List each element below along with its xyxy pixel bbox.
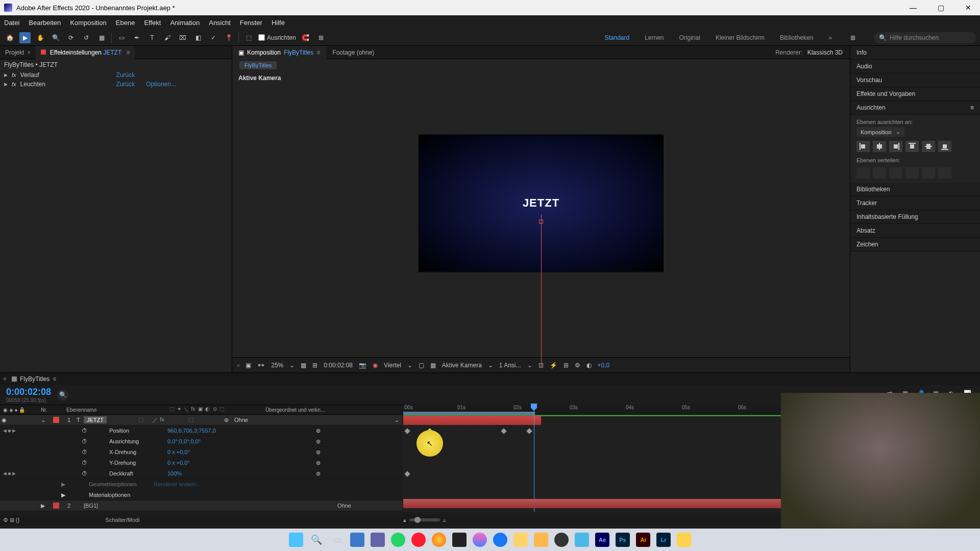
- pickwhip-icon[interactable]: ⊚: [214, 417, 234, 423]
- keyframe-icon[interactable]: [501, 428, 506, 434]
- magnify-icon[interactable]: ▫: [237, 362, 239, 369]
- panel-ausrichten[interactable]: Ausrichten≡: [850, 101, 980, 115]
- pen-tool[interactable]: ✒: [131, 32, 142, 43]
- align-to-dropdown[interactable]: Komposition⌄: [856, 127, 904, 137]
- align-top-button[interactable]: [905, 141, 919, 152]
- taskbar-lightroom[interactable]: Lr: [654, 531, 673, 549]
- prop-x-drehung[interactable]: ⏱ X-Drehung 0 x +0,0° ⊚: [0, 447, 402, 458]
- puppet-tool[interactable]: 📍: [223, 32, 234, 43]
- views-dropdown[interactable]: 1 Ansi...: [499, 362, 521, 369]
- eraser-tool[interactable]: ◧: [192, 32, 204, 43]
- flowchart-icon[interactable]: ⚙: [575, 362, 580, 369]
- close-button[interactable]: ✕: [961, 4, 976, 12]
- roto-tool[interactable]: ✓: [208, 32, 219, 43]
- playhead[interactable]: [534, 405, 534, 512]
- view-dropdown[interactable]: Aktive Kamera: [442, 362, 482, 369]
- tab-footage[interactable]: Footage (ohne): [326, 46, 380, 59]
- tl-tab-close[interactable]: ×: [3, 375, 7, 383]
- snap-options[interactable]: 🧲: [300, 32, 311, 43]
- panel-tracker[interactable]: Tracker: [850, 196, 980, 210]
- menu-bearbeiten[interactable]: Bearbeiten: [29, 19, 61, 27]
- stopwatch-icon[interactable]: ⏱: [82, 460, 89, 466]
- layer-color[interactable]: [53, 417, 59, 423]
- parent-dropdown[interactable]: Ohne: [234, 417, 248, 423]
- align-vcenter-button[interactable]: [922, 141, 935, 152]
- tab-projekt[interactable]: Projekt×: [0, 46, 36, 59]
- orbit-tool[interactable]: ⟳: [65, 32, 77, 43]
- maximize-button[interactable]: ▢: [933, 4, 948, 12]
- visibility-toggle[interactable]: ◉: [0, 417, 8, 423]
- zoom-tool[interactable]: 🔍: [50, 32, 61, 43]
- taskbar-after-effects[interactable]: Ae: [593, 531, 611, 549]
- menu-hilfe[interactable]: Hilfe: [272, 19, 285, 27]
- taskbar-search[interactable]: 🔍: [307, 531, 326, 549]
- local-axis[interactable]: ⬚: [243, 32, 254, 43]
- panel-bibliotheken[interactable]: Bibliotheken: [850, 183, 980, 196]
- add-keyframe-icon[interactable]: ◆: [8, 428, 11, 433]
- current-time[interactable]: 0:00:02:08: [6, 387, 51, 397]
- comp-breadcrumb[interactable]: FlyByTitles: [239, 61, 277, 69]
- align-hcenter-button[interactable]: [873, 141, 886, 152]
- tab-composition[interactable]: ▣ Komposition FlyByTitles ≡: [232, 46, 326, 59]
- keyframe-icon[interactable]: [404, 428, 410, 434]
- grid-icon[interactable]: ⊞: [312, 362, 317, 369]
- snapping-toggle[interactable]: Ausrichten: [258, 34, 296, 41]
- stopwatch-icon[interactable]: ⏱: [82, 449, 89, 455]
- taskbar-facebook[interactable]: [491, 531, 509, 549]
- alpha-icon[interactable]: ▣: [246, 362, 251, 369]
- taskbar-opera[interactable]: [409, 531, 428, 549]
- layer-duration-bar[interactable]: [403, 416, 541, 425]
- exposure-value[interactable]: +0,0: [598, 362, 610, 369]
- taskbar-illustrator[interactable]: Ai: [634, 531, 652, 549]
- menu-ansicht[interactable]: Ansicht: [209, 19, 231, 27]
- zoom-slider[interactable]: [409, 518, 440, 521]
- menu-komposition[interactable]: Komposition: [70, 19, 107, 27]
- panel-effekte-vorgaben[interactable]: Effekte und Vorgaben: [850, 87, 980, 101]
- twirl-icon[interactable]: ⌄: [41, 417, 51, 423]
- start-button[interactable]: [287, 531, 305, 549]
- panel-audio[interactable]: Audio: [850, 60, 980, 73]
- twirl-icon[interactable]: ▶: [4, 72, 8, 78]
- taskbar-folder[interactable]: [511, 531, 530, 549]
- layer-color[interactable]: [53, 503, 59, 509]
- zoom-out-icon[interactable]: ▴: [403, 517, 406, 523]
- exposure-reset-icon[interactable]: ◐: [586, 362, 592, 369]
- clone-tool[interactable]: ⌧: [177, 32, 188, 43]
- panel-vorschau[interactable]: Vorschau: [850, 73, 980, 87]
- timeline-icon[interactable]: ⊞: [564, 362, 569, 369]
- hand-tool[interactable]: ✋: [35, 32, 46, 43]
- mask-icon[interactable]: 👓: [257, 362, 265, 369]
- expression-pickwhip[interactable]: ⊚: [316, 449, 402, 456]
- workspace-original[interactable]: Original: [679, 34, 700, 41]
- twirl-icon[interactable]: ▶: [4, 82, 8, 87]
- home-tool[interactable]: 🏠: [4, 32, 15, 43]
- effect-reset-link[interactable]: Zurück: [116, 71, 135, 79]
- layer-name[interactable]: [BG1]: [84, 503, 98, 509]
- workspace-lernen[interactable]: Lernen: [645, 34, 664, 41]
- transparency-icon[interactable]: ▦: [430, 362, 436, 369]
- tab-effekteinstellungen[interactable]: Effekteinstellungen JETZT ≡: [36, 46, 135, 59]
- text-tool[interactable]: T: [146, 32, 158, 43]
- align-left-button[interactable]: [856, 141, 870, 152]
- taskbar-photoshop[interactable]: Ps: [614, 531, 632, 549]
- effect-reset-link[interactable]: Zurück: [116, 81, 135, 88]
- prop-y-drehung[interactable]: ⏱ Y-Drehung 0 x +0,0° ⊚: [0, 458, 402, 468]
- minimize-button[interactable]: —: [905, 4, 921, 12]
- toggle-switches-icon[interactable]: ⚙ ⊞ {}: [0, 517, 20, 523]
- res-icon[interactable]: ▦: [301, 362, 306, 369]
- renderer-value[interactable]: Klassisch 3D: [807, 49, 843, 56]
- keyframe-icon[interactable]: [526, 428, 532, 434]
- prop-position[interactable]: ◀◆▶ ⏱ Position 960,6;706,3;7557,0 ⊚: [0, 425, 402, 436]
- timeline-layer-row[interactable]: ◉ ⌄ 1 T JETZT ⬚／fx⬚ ⊚ Ohne ⌄: [0, 415, 402, 425]
- prop-material[interactable]: ▶ Materialoptionen: [0, 490, 402, 500]
- panel-zeichen[interactable]: Zeichen: [850, 238, 980, 252]
- expression-pickwhip[interactable]: ⊚: [316, 470, 402, 477]
- panel-absatz[interactable]: Absatz: [850, 224, 980, 238]
- timeline-layer-row[interactable]: ▶ 2 [BG1] Ohne: [0, 500, 402, 511]
- stopwatch-icon[interactable]: ⏱: [82, 438, 89, 444]
- channel-icon[interactable]: ◉: [373, 362, 378, 369]
- expression-pickwhip[interactable]: ⊚: [316, 438, 402, 445]
- panel-info[interactable]: Info: [850, 46, 980, 60]
- taskbar-taskview[interactable]: ▭: [328, 531, 346, 549]
- expression-pickwhip[interactable]: ⊚: [316, 428, 402, 434]
